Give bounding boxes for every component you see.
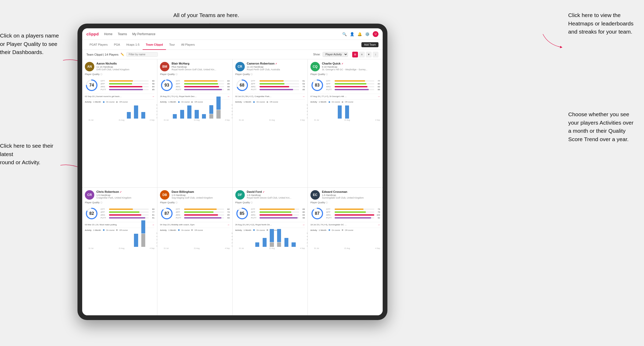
quality-circle[interactable]: 82 [85, 207, 98, 220]
quality-circle[interactable]: 74 [85, 78, 98, 92]
player-card[interactable]: AN Aaron Nicholls 11-15 Handicap Drift G… [82, 59, 157, 187]
latest-round-arrow[interactable]: → [227, 223, 230, 226]
quality-circle[interactable]: 93 [160, 78, 174, 92]
player-name[interactable]: Dave Billingham [172, 190, 230, 194]
quality-circle[interactable]: 68 [235, 78, 249, 92]
player-info: Dave Billingham 1-5 Handicap Sog Maging … [172, 190, 230, 199]
latest-round[interactable]: 04 Sep 23 | Mobility with coach, Gym → [160, 222, 230, 226]
latest-round-arrow[interactable]: → [302, 223, 305, 226]
stat-row: PUTT 94 [176, 217, 230, 219]
stat-row: APP 85 [176, 83, 230, 85]
stat-bar [109, 214, 141, 216]
team-title: Team Clippd | 14 Players [86, 53, 118, 56]
stat-bar-container [184, 89, 224, 90]
player-club: Drift Golf Club, United Kingdom [96, 68, 154, 71]
player-card[interactable]: CQ Charlie Quick ✓ 6-10 Handicap St. Geo… [308, 59, 383, 187]
off-course-label: Off course [345, 101, 353, 103]
grid-view-button[interactable]: ⊞ [352, 52, 358, 57]
tab-pgat-players[interactable]: PGAT Players [86, 40, 111, 50]
filter-button[interactable]: ▼ [366, 52, 372, 57]
quality-circle[interactable]: 83 [310, 78, 324, 92]
list-view-button[interactable]: ≡ [359, 52, 365, 57]
player-card[interactable]: EC Edward Crossman 1-5 Handicap Sunningd… [308, 188, 383, 316]
activity-section: Activity · 1 Month On course Off course … [160, 228, 230, 249]
quality-number: 74 [89, 83, 94, 88]
quality-label: Player Quality ⓘ [310, 201, 380, 204]
player-header: CR Chris Robertson ✓ 1-5 Handicap Craigm… [85, 190, 154, 200]
show-select[interactable]: Player Activity [323, 52, 348, 57]
profile-icon[interactable]: 👤 [350, 32, 354, 36]
player-card[interactable]: DF David Ford ✓ 1-5 Handicap Royal North… [233, 188, 308, 316]
stats-grid: OTT 73 APP 79 [326, 208, 380, 219]
stat-bar-container [259, 83, 299, 84]
stat-bar-container [335, 217, 374, 219]
tab-tour[interactable]: Tour [166, 40, 178, 50]
player-header: DB Dave Billingham 1-5 Handicap Sog Magi… [160, 190, 230, 200]
verified-icon: ✓ [341, 62, 344, 65]
stat-value: 60 [150, 208, 154, 210]
stat-label: OTT [101, 208, 108, 210]
latest-round[interactable]: 26 Aug 23 | 84 (+12), Royal North Devon … [235, 222, 305, 226]
search-input[interactable] [126, 52, 158, 57]
nav-home[interactable]: Home [104, 32, 112, 36]
quality-section: 87 OTT 82 APP [160, 207, 230, 220]
latest-round-arrow[interactable]: → [227, 95, 230, 98]
latest-round[interactable]: 07 Aug 23 | 77 (+7), St George's Hill GC… [310, 94, 380, 98]
latest-round-text: 02 Jul 23 | 59 (+17), Craigmillar Park G… [235, 95, 272, 98]
latest-round-arrow[interactable]: → [377, 223, 380, 226]
stat-value: 58 [150, 83, 154, 85]
nav-teams[interactable]: Teams [118, 32, 127, 36]
stat-bar [335, 214, 374, 216]
tab-pga[interactable]: PGA [111, 40, 123, 50]
player-name[interactable]: David Ford ✓ [247, 190, 305, 194]
sort-button[interactable]: ↕ [373, 52, 378, 57]
player-club: Sunningdale Golf Club, United Kingdom [322, 196, 380, 199]
quality-circle[interactable]: 87 [160, 207, 174, 220]
stat-label: ARG [101, 214, 108, 216]
player-card[interactable]: BM Blair McHarg Plus Handicap Royal Nort… [157, 59, 232, 187]
latest-round-arrow[interactable]: → [302, 95, 305, 98]
off-course-dot [116, 229, 118, 231]
stat-label: PUTT [101, 88, 108, 91]
player-name[interactable]: Charlie Quick ✓ [322, 62, 380, 65]
latest-round-arrow[interactable]: → [377, 95, 380, 98]
player-card[interactable]: CR Chris Robertson ✓ 1-5 Handicap Craigm… [82, 188, 157, 316]
player-card[interactable]: CR Cameron Robertson ✓ 11-15 Handicap Ro… [233, 59, 308, 187]
player-name[interactable]: Chris Robertson ✓ [96, 190, 154, 194]
stat-bar-container [109, 211, 149, 213]
player-card[interactable]: DB Dave Billingham 1-5 Handicap Sog Magi… [157, 188, 232, 316]
player-name[interactable]: Aaron Nicholls [96, 62, 154, 65]
quality-circle[interactable]: 87 [310, 207, 324, 220]
user-avatar[interactable]: U [373, 31, 378, 37]
latest-round-arrow[interactable]: → [152, 223, 154, 226]
stat-bar [184, 83, 218, 84]
nav-my-performance[interactable]: My Performance [132, 32, 155, 36]
player-name[interactable]: Cameron Robertson ✓ [247, 62, 305, 65]
activity-section: Activity · 1 Month On course Off course … [85, 99, 154, 121]
latest-round[interactable]: 02 Sep 23 | Sunset round to get back int… [85, 94, 154, 98]
stat-label: PUTT [251, 88, 258, 91]
latest-round[interactable]: 18 Jul 23 | 74 (+4), Sunningdale GC - Ol… [310, 222, 380, 226]
stat-value: 86 [375, 88, 380, 91]
tab-hcaps[interactable]: Hcaps 1-5 [123, 40, 143, 50]
settings-icon[interactable]: ⚙️ [365, 32, 370, 36]
stat-bar-container [335, 80, 374, 82]
bell-icon[interactable]: 🔔 [357, 32, 362, 36]
on-course-label: On course [332, 101, 340, 103]
add-team-button[interactable]: Add Team [361, 42, 378, 47]
stats-grid: OTT 82 APP 74 [176, 208, 230, 219]
player-name[interactable]: Edward Crossman [322, 190, 380, 194]
tab-all-players[interactable]: All Players [178, 40, 198, 50]
player-info: Chris Robertson ✓ 1-5 Handicap Craigmill… [96, 190, 154, 199]
activity-section: Activity · 1 Month On course Off course … [235, 228, 305, 249]
tab-team-clippd[interactable]: Team Clippd [143, 40, 166, 50]
latest-round[interactable]: 02 Jul 23 | 59 (+17), Craigmillar Park G… [235, 94, 305, 98]
edit-icon[interactable]: ✏️ [121, 53, 124, 56]
quality-circle[interactable]: 85 [235, 207, 249, 220]
player-avatar: EC [310, 190, 320, 200]
latest-round-arrow[interactable]: → [152, 95, 154, 98]
search-icon[interactable]: 🔍 [342, 32, 347, 36]
stat-label: APP [101, 211, 108, 213]
stat-value: 74 [225, 211, 230, 213]
player-name[interactable]: Blair McHarg [172, 62, 230, 65]
